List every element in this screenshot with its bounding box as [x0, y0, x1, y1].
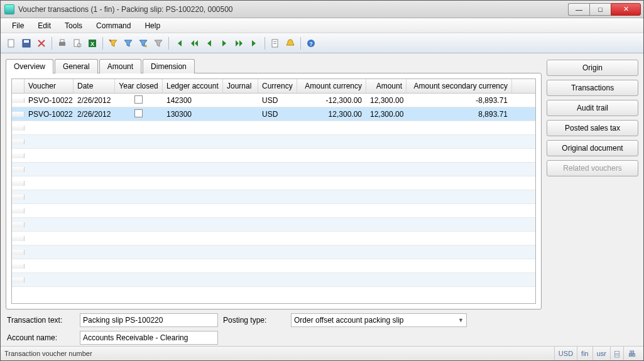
cell-date[interactable]: 2/26/2012: [74, 109, 115, 120]
audit-trail-button[interactable]: Audit trail: [547, 100, 638, 116]
col-header-currency[interactable]: Currency: [258, 79, 297, 93]
col-header-amount[interactable]: Amount: [366, 79, 407, 93]
menu-file[interactable]: File: [6, 19, 30, 32]
table-row[interactable]: [12, 218, 535, 232]
excel-icon[interactable]: X: [85, 36, 99, 50]
col-header-voucher[interactable]: Voucher: [25, 79, 74, 93]
posted-sales-tax-button[interactable]: Posted sales tax: [547, 120, 638, 136]
col-header-date[interactable]: Date: [74, 79, 115, 93]
table-row[interactable]: PSVO-100220 2/26/2012 130300 USD 12,300.…: [12, 107, 535, 121]
tab-general[interactable]: General: [55, 59, 98, 73]
origin-button[interactable]: Origin: [547, 60, 638, 76]
cell-journal[interactable]: [223, 99, 258, 102]
menu-help[interactable]: Help: [138, 19, 166, 32]
row-handle[interactable]: [12, 208, 25, 213]
filter-by-field-icon[interactable]: [106, 36, 120, 50]
table-row[interactable]: [12, 273, 535, 287]
maximize-button[interactable]: □: [589, 3, 611, 16]
cell-amount[interactable]: 12,300.00: [366, 95, 407, 106]
cell-amount-secondary[interactable]: -8,893.71: [407, 95, 512, 106]
prev-record-icon[interactable]: [202, 36, 216, 50]
filter-by-grid-icon[interactable]: [121, 36, 135, 50]
row-handle[interactable]: [12, 112, 25, 117]
transactions-button[interactable]: Transactions: [547, 80, 638, 96]
minimize-button[interactable]: —: [568, 3, 589, 16]
cell-amount-currency[interactable]: 12,300.00: [297, 109, 366, 120]
cell-ledger[interactable]: 130300: [163, 109, 223, 120]
cell-voucher[interactable]: PSVO-100220: [25, 95, 74, 106]
cell-currency[interactable]: USD: [258, 95, 297, 106]
cell-year-closed[interactable]: [115, 108, 163, 121]
last-record-icon[interactable]: [248, 36, 261, 50]
status-company: fin: [577, 347, 592, 360]
account-name-field[interactable]: [80, 331, 218, 345]
help-icon[interactable]: ?: [304, 36, 318, 50]
row-handle[interactable]: [12, 181, 25, 186]
row-handle[interactable]: [12, 250, 25, 255]
col-header-ledger-account[interactable]: Ledger account: [163, 79, 223, 93]
menu-edit[interactable]: Edit: [31, 19, 57, 32]
first-record-icon[interactable]: [172, 36, 186, 50]
cell-year-closed[interactable]: [115, 94, 163, 107]
row-handle[interactable]: [12, 264, 25, 269]
main-panel: Overview General Amount Dimension Vouche…: [6, 58, 542, 346]
document-handling-icon[interactable]: [268, 36, 282, 50]
col-header-journal[interactable]: Journal: [223, 79, 258, 93]
table-row[interactable]: [12, 121, 535, 135]
table-row[interactable]: [12, 149, 535, 163]
row-handle[interactable]: [12, 153, 25, 158]
transaction-text-field[interactable]: [80, 313, 218, 327]
table-row[interactable]: [12, 176, 535, 190]
tab-amount[interactable]: Amount: [99, 59, 141, 73]
delete-icon[interactable]: [35, 36, 48, 50]
clear-filter-icon[interactable]: [151, 36, 165, 50]
next-page-icon[interactable]: [232, 36, 246, 50]
posting-type-select[interactable]: Order offset account packing slip ▼: [291, 313, 467, 327]
row-handle[interactable]: [12, 98, 25, 103]
table-row[interactable]: PSVO-100220 2/26/2012 142300 USD -12,300…: [12, 94, 535, 107]
col-header-amount-secondary[interactable]: Amount secondary currency: [407, 79, 512, 93]
table-row[interactable]: [12, 135, 535, 149]
cell-date[interactable]: 2/26/2012: [74, 95, 115, 106]
row-handle[interactable]: [12, 277, 25, 283]
col-header-year-closed[interactable]: Year closed: [115, 79, 163, 93]
table-row[interactable]: [12, 232, 535, 245]
table-row[interactable]: [12, 163, 535, 176]
row-handle[interactable]: [12, 195, 25, 200]
cell-voucher[interactable]: PSVO-100220: [25, 109, 74, 120]
row-handle[interactable]: [12, 139, 25, 144]
save-icon[interactable]: [19, 36, 33, 50]
print-icon[interactable]: [55, 36, 69, 50]
col-header-amount-currency[interactable]: Amount currency: [297, 79, 366, 93]
row-handle[interactable]: [12, 236, 25, 241]
checkbox-icon[interactable]: [134, 109, 143, 117]
alert-icon[interactable]: [283, 36, 297, 50]
grid-body[interactable]: PSVO-100220 2/26/2012 142300 USD -12,300…: [12, 94, 535, 303]
checkbox-icon[interactable]: [134, 95, 143, 104]
cell-journal[interactable]: [223, 113, 258, 116]
prev-page-icon[interactable]: [187, 36, 201, 50]
close-button[interactable]: ✕: [611, 3, 641, 16]
print-preview-icon[interactable]: [70, 36, 84, 50]
cell-amount-secondary[interactable]: 8,893.71: [407, 109, 512, 120]
cell-amount[interactable]: 12,300.00: [366, 109, 407, 120]
row-handle[interactable]: [12, 167, 25, 172]
row-handle[interactable]: [12, 126, 25, 131]
row-handle[interactable]: [12, 222, 25, 227]
table-row[interactable]: [12, 204, 535, 218]
table-row[interactable]: [12, 245, 535, 259]
next-record-icon[interactable]: [217, 36, 231, 50]
table-row[interactable]: [12, 190, 535, 204]
cell-currency[interactable]: USD: [258, 109, 297, 120]
menu-command[interactable]: Command: [90, 19, 137, 32]
original-document-button[interactable]: Original document: [547, 140, 638, 156]
new-icon[interactable]: [4, 36, 18, 50]
cell-ledger[interactable]: 142300: [163, 95, 223, 106]
table-row[interactable]: [12, 259, 535, 273]
tab-dimension[interactable]: Dimension: [143, 59, 195, 73]
posting-type-label: Posting type:: [223, 316, 286, 325]
menu-tools[interactable]: Tools: [58, 19, 89, 32]
cell-amount-currency[interactable]: -12,300.00: [297, 95, 366, 106]
filter-sort-icon[interactable]: [136, 36, 150, 50]
tab-overview[interactable]: Overview: [6, 59, 53, 73]
